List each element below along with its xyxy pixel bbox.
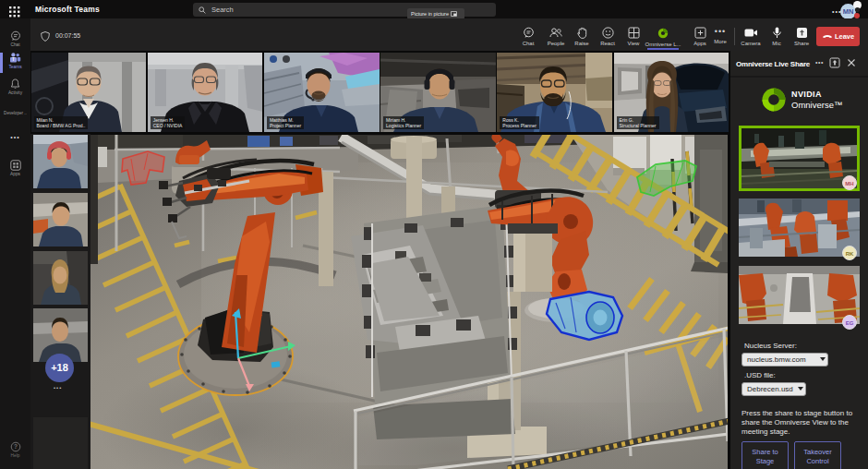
svg-text:?: ? [14, 443, 18, 450]
svg-text:T: T [12, 57, 15, 62]
